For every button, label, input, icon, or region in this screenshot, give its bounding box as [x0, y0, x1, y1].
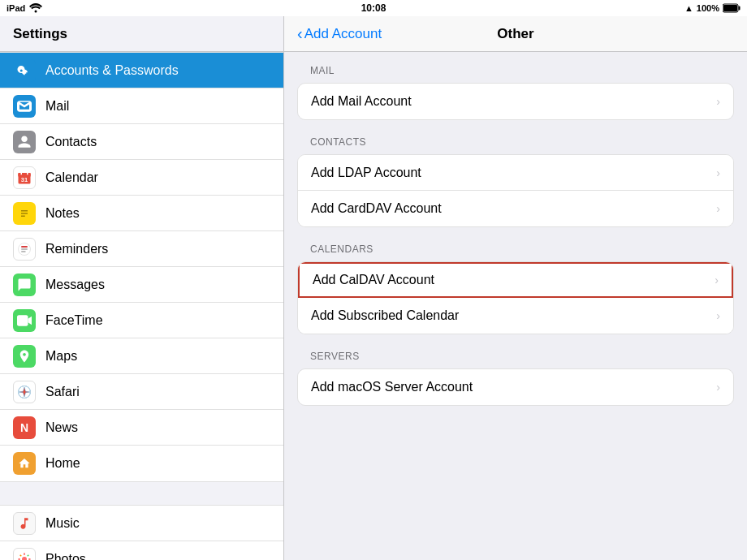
contacts-icon-wrap [13, 131, 36, 153]
contacts-section-label: CONTACTS [297, 136, 734, 148]
sidebar-header: Settings [0, 16, 283, 52]
notes-icon-wrap [13, 202, 36, 225]
music-icon [17, 516, 32, 531]
sidebar-item-music[interactable]: Music [0, 506, 283, 541]
facetime-icon [17, 315, 32, 326]
add-ldap-row[interactable]: Add LDAP Account › [298, 155, 733, 191]
add-subscribed-calendar-chevron: › [716, 309, 720, 322]
calendar-icon-wrap: 31 [13, 166, 36, 189]
add-subscribed-calendar-label: Add Subscribed Calendar [311, 308, 459, 323]
add-macos-server-label: Add macOS Server Account [311, 380, 473, 394]
accounts-icon-wrap [13, 59, 36, 82]
key-icon [17, 63, 32, 78]
servers-section: SERVERS Add macOS Server Account › [297, 351, 734, 406]
add-mail-account-row[interactable]: Add Mail Account › [298, 84, 733, 119]
facetime-icon-wrap [13, 309, 36, 332]
music-icon-wrap [13, 512, 36, 535]
mail-icon [17, 101, 32, 112]
calendar-icon: 31 [17, 170, 32, 185]
contacts-section: CONTACTS Add LDAP Account › Add CardDAV … [297, 136, 734, 227]
mail-section-group: Add Mail Account › [297, 83, 734, 120]
add-caldav-chevron: › [715, 274, 719, 286]
sidebar-item-reminders[interactable]: Reminders [0, 231, 283, 267]
sidebar-item-maps-label: Maps [45, 349, 77, 364]
sidebar-item-music-label: Music [45, 516, 80, 531]
add-carddav-row[interactable]: Add CardDAV Account › [298, 191, 733, 226]
carrier-label: iPad [6, 3, 25, 13]
mail-section: MAIL Add Mail Account › [297, 65, 734, 120]
status-right: ▲ 100% [684, 3, 741, 13]
servers-section-group: Add macOS Server Account › [297, 368, 734, 406]
sidebar-main-group: Accounts & Passwords Mail [0, 52, 283, 482]
sidebar-item-notes[interactable]: Notes [0, 196, 283, 231]
battery-label: 100% [697, 3, 719, 13]
calendars-section-group: Add CalDAV Account › Add Subscribed Cale… [297, 261, 734, 334]
battery-icon [723, 3, 741, 13]
sidebar: Settings Accounts & Passwords [0, 16, 284, 560]
sidebar-separator [0, 482, 283, 505]
svg-text:31: 31 [21, 176, 28, 183]
sidebar-item-accounts-label: Accounts & Passwords [45, 63, 179, 78]
add-carddav-label: Add CardDAV Account [311, 201, 442, 216]
sidebar-item-messages[interactable]: Messages [0, 267, 283, 303]
sidebar-item-calendar[interactable]: 31 Calendar [0, 160, 283, 196]
sidebar-item-calendar-label: Calendar [45, 170, 98, 185]
svg-rect-3 [723, 5, 737, 11]
servers-section-label: SERVERS [297, 351, 734, 362]
news-symbol: N [20, 421, 28, 434]
sidebar-list: Accounts & Passwords Mail [0, 52, 283, 560]
add-macos-server-chevron: › [716, 381, 720, 394]
reminders-icon [17, 242, 32, 256]
maps-icon-wrap [13, 345, 36, 368]
sidebar-item-home[interactable]: Home [0, 446, 283, 481]
nav-title: Other [497, 26, 533, 42]
contacts-section-group: Add LDAP Account › Add CardDAV Account › [297, 154, 734, 227]
sidebar-item-safari[interactable]: Safari [0, 374, 283, 410]
sidebar-item-mail[interactable]: Mail [0, 88, 283, 124]
location-icon: ▲ [684, 3, 693, 13]
add-mail-account-label: Add Mail Account [311, 94, 412, 109]
mail-section-label: MAIL [297, 65, 734, 76]
calendars-section-label: CALENDARS [297, 243, 734, 255]
sidebar-item-contacts-label: Contacts [45, 135, 97, 149]
nav-bar: ‹ Add Account Other [284, 16, 747, 52]
svg-point-0 [35, 11, 37, 13]
status-time: 10:08 [361, 2, 386, 14]
home-icon-wrap [13, 452, 36, 475]
mail-icon-wrap [13, 95, 36, 118]
maps-icon [17, 349, 32, 364]
photos-icon-wrap [13, 548, 36, 561]
reminders-icon-wrap [13, 238, 36, 261]
sidebar-item-news[interactable]: N News [0, 410, 283, 446]
sidebar-item-facetime-label: FaceTime [45, 313, 103, 328]
back-arrow-icon: ‹ [297, 24, 303, 43]
add-subscribed-calendar-row[interactable]: Add Subscribed Calendar › [298, 298, 733, 334]
sidebar-item-messages-label: Messages [45, 278, 105, 292]
sidebar-item-accounts[interactable]: Accounts & Passwords [0, 53, 283, 88]
content-area: MAIL Add Mail Account › CONTACTS Add LDA… [284, 52, 747, 560]
svg-point-22 [22, 557, 27, 561]
main-layout: Settings Accounts & Passwords [0, 16, 747, 560]
back-button[interactable]: ‹ Add Account [297, 24, 382, 43]
home-icon [18, 457, 31, 470]
sidebar-item-contacts[interactable]: Contacts [0, 124, 283, 160]
add-macos-server-row[interactable]: Add macOS Server Account › [298, 369, 733, 405]
photos-icon [17, 552, 32, 561]
add-caldav-label: Add CalDAV Account [313, 273, 434, 287]
sidebar-bottom-group: Music [0, 505, 283, 560]
svg-rect-6 [19, 173, 31, 176]
status-bar: iPad 10:08 ▲ 100% [0, 0, 747, 16]
wifi-icon [29, 3, 42, 13]
sidebar-item-reminders-label: Reminders [45, 242, 108, 256]
calendars-section: CALENDARS Add CalDAV Account › Add Subsc… [297, 243, 734, 334]
sidebar-item-photos[interactable]: Photos [0, 541, 283, 560]
add-caldav-row[interactable]: Add CalDAV Account › [298, 262, 733, 298]
add-carddav-chevron: › [716, 202, 720, 215]
messages-icon-wrap [13, 274, 36, 296]
sidebar-item-safari-label: Safari [45, 385, 80, 399]
safari-icon [17, 385, 32, 399]
sidebar-item-maps[interactable]: Maps [0, 338, 283, 374]
sidebar-item-facetime[interactable]: FaceTime [0, 303, 283, 338]
contacts-icon [17, 135, 32, 149]
svg-rect-2 [739, 6, 741, 11]
